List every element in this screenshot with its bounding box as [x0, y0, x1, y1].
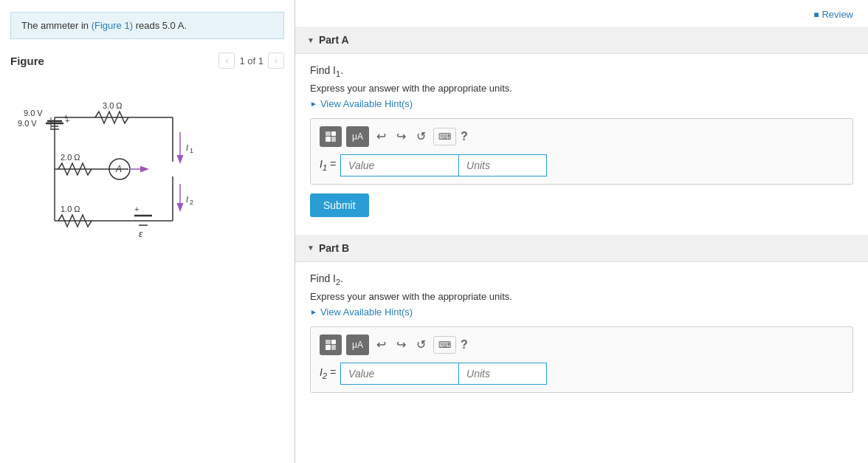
part-b-grid-mode-button[interactable]: [320, 335, 342, 355]
figure-info-box: The ammeter in (Figure 1) reads 5.0 A.: [10, 12, 284, 39]
part-a-units-input[interactable]: [458, 154, 547, 176]
svg-text:3.0 Ω: 3.0 Ω: [103, 101, 123, 110]
part-b-hint-arrow-icon: ►: [310, 308, 317, 316]
part-b-refresh-button[interactable]: ↺: [413, 336, 429, 353]
part-a-chevron: ▼: [307, 36, 314, 44]
part-a-eq-label: I1 =: [320, 158, 336, 172]
figure-nav: ‹ 1 of 1 ›: [218, 52, 284, 69]
svg-text:2: 2: [190, 199, 193, 206]
part-a-hint-button[interactable]: ► View Available Hint(s): [310, 98, 413, 109]
svg-text:I: I: [186, 195, 188, 204]
part-b-content: Find I2. Express your answer with the ap…: [295, 262, 868, 414]
part-a-input-row: I1 =: [320, 154, 844, 176]
svg-text:+: +: [134, 205, 139, 213]
figure-header: Figure ‹ 1 of 1 ›: [0, 45, 294, 73]
svg-text:ε: ε: [139, 229, 143, 239]
figure-scroll-area: + 9.0 V + 9.0 V 3.0 Ω 2.0 Ω: [0, 73, 294, 463]
mu-button[interactable]: μA: [346, 126, 369, 147]
part-b-units-input[interactable]: [458, 363, 547, 385]
part-b-eq-label: I2 =: [320, 366, 336, 380]
svg-text:1.0 Ω: 1.0 Ω: [61, 205, 80, 213]
part-b-chevron: ▼: [307, 244, 314, 252]
nav-prev-button[interactable]: ‹: [218, 52, 235, 69]
info-text-before: The ammeter in: [21, 20, 92, 31]
part-a-header[interactable]: ▼ Part A: [295, 27, 868, 54]
keyboard-button[interactable]: ⌨: [433, 128, 456, 145]
svg-text:A: A: [115, 164, 122, 174]
part-b-keyboard-button[interactable]: ⌨: [433, 336, 456, 354]
refresh-button[interactable]: ↺: [413, 128, 429, 145]
info-text-after: reads 5.0 A.: [133, 20, 187, 31]
svg-text:+: +: [65, 116, 69, 125]
part-a-content: Find I1. Express your answer with the ap…: [295, 54, 868, 229]
part-a-hint-label: View Available Hint(s): [320, 98, 413, 109]
part-b-help-button[interactable]: ?: [461, 338, 468, 351]
part-a-submit-button[interactable]: Submit: [310, 193, 369, 217]
grid-mode-button[interactable]: [320, 126, 342, 147]
part-a-title: Part A: [319, 34, 349, 46]
part-a-express-label: Express your answer with the appropriate…: [310, 83, 853, 94]
hint-arrow-icon: ►: [310, 100, 317, 108]
review-label: Review: [822, 9, 853, 20]
part-b-title: Part B: [319, 242, 349, 254]
part-b-redo-button[interactable]: ↪: [393, 336, 409, 353]
right-panel: ■ Review ▼ Part A Find I1. Express your …: [295, 0, 868, 463]
part-b-mu-button[interactable]: μA: [346, 335, 369, 355]
grid-icon: [326, 131, 336, 142]
circuit-diagram: + 9.0 V + 9.0 V 3.0 Ω 2.0 Ω: [10, 80, 232, 250]
help-button[interactable]: ?: [461, 130, 468, 143]
figure-title: Figure: [10, 55, 44, 67]
part-b-grid-icon: [326, 340, 336, 350]
part-b-answer-box: μA ↩ ↪ ↺ ⌨ ? I2 =: [310, 326, 853, 393]
redo-button[interactable]: ↪: [393, 128, 409, 145]
review-button[interactable]: ■ Review: [813, 9, 853, 20]
svg-text:1: 1: [190, 147, 193, 154]
svg-text:I: I: [186, 143, 188, 152]
left-panel: The ammeter in (Figure 1) reads 5.0 A. F…: [0, 0, 295, 463]
part-a-value-input[interactable]: [340, 154, 458, 176]
svg-text:9.0 V: 9.0 V: [18, 119, 37, 128]
mu-label: μA: [352, 131, 363, 142]
part-b-express-label: Express your answer with the appropriate…: [310, 291, 853, 302]
review-icon: ■: [813, 10, 819, 20]
part-b-input-row: I2 =: [320, 363, 844, 385]
part-b-value-input[interactable]: [340, 363, 458, 385]
part-b-header[interactable]: ▼ Part B: [295, 235, 868, 262]
svg-text:2.0 Ω: 2.0 Ω: [61, 153, 80, 162]
part-b-mu-label: μA: [352, 340, 363, 350]
part-a-find-label: Find I1.: [310, 64, 853, 78]
figure-link[interactable]: (Figure 1): [92, 20, 133, 31]
svg-text:9.0 V: 9.0 V: [24, 109, 43, 117]
part-b-hint-label: View Available Hint(s): [320, 306, 413, 318]
undo-button[interactable]: ↩: [373, 128, 389, 145]
part-b-hint-button[interactable]: ► View Available Hint(s): [310, 306, 413, 318]
part-a-answer-box: μA ↩ ↪ ↺ ⌨ ? I1 =: [310, 118, 853, 185]
nav-counter: 1 of 1: [239, 55, 264, 66]
part-b-find-label: Find I2.: [310, 272, 853, 287]
part-b-toolbar: μA ↩ ↪ ↺ ⌨ ?: [320, 335, 844, 355]
nav-next-button[interactable]: ›: [268, 52, 284, 69]
part-a-toolbar: μA ↩ ↪ ↺ ⌨ ?: [320, 126, 844, 147]
part-b-undo-button[interactable]: ↩: [373, 336, 389, 353]
